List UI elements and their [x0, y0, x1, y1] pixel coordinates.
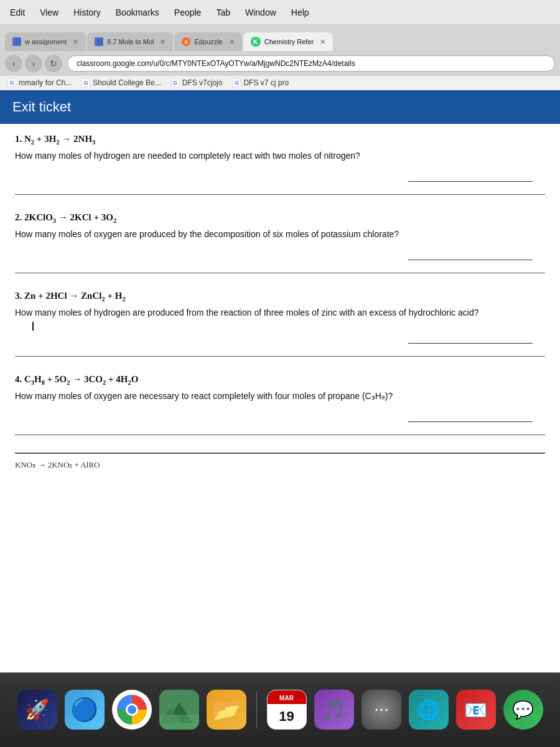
- question-2: 2. 2KClO3 → 2KCl + 3O2 How many moles of…: [15, 212, 545, 273]
- nav-buttons: ‹ › ↻: [5, 55, 62, 72]
- dock-separator: [256, 691, 257, 728]
- dock-purple-app[interactable]: 🎵: [314, 690, 354, 730]
- tab1-close[interactable]: ✕: [73, 38, 78, 46]
- dock-mountain[interactable]: [159, 690, 199, 730]
- bookmark3-favicon: G: [171, 78, 180, 87]
- tab4-favicon: K: [251, 37, 261, 47]
- dock-blue-app[interactable]: 🌐: [409, 690, 449, 730]
- question1-answer-line: [408, 181, 533, 182]
- menu-history[interactable]: History: [73, 7, 101, 17]
- question3-number: 3.: [15, 291, 22, 301]
- dock-folder[interactable]: 📂: [207, 690, 246, 730]
- tab-bar: 👤 w assignment ✕ 👤 8.7 Mole to Mol ✕ E E…: [5, 29, 555, 51]
- questions-area: 1. N2 + 3H2 → 2NH3 How many moles of hyd…: [0, 124, 560, 480]
- chrome-center: [126, 703, 138, 716]
- question3-header: 3. Zn + 2HCl → ZnCl2 + H2: [15, 291, 545, 303]
- menu-bar: Edit View History Bookmarks People Tab W…: [0, 0, 560, 25]
- purple-app-icon: 🎵: [322, 699, 345, 721]
- question4-answer-line: [408, 421, 533, 422]
- tab-mole[interactable]: 👤 8.7 Mole to Mol ✕: [87, 32, 173, 51]
- finder-icon: 🔵: [70, 697, 98, 723]
- tab1-favicon: 👤: [12, 37, 21, 46]
- question1-header: 1. N2 + 3H2 → 2NH3: [15, 134, 545, 146]
- tab4-close[interactable]: ✕: [320, 38, 325, 46]
- menu-view[interactable]: View: [40, 7, 58, 17]
- red-app-icon: 📧: [464, 699, 487, 721]
- bookmark-4[interactable]: G DFS v7 cj pro: [232, 78, 289, 87]
- question1-number: 1.: [15, 134, 22, 144]
- bookmark4-favicon: G: [232, 78, 241, 87]
- question2-answer-line: [408, 260, 533, 260]
- svg-rect-3: [159, 715, 199, 730]
- question2-header: 2. 2KClO3 → 2KCl + 3O2: [15, 212, 545, 224]
- exit-ticket-title: Exit ticket: [12, 99, 71, 115]
- bookmark-2[interactable]: G Should College Be...: [82, 78, 161, 87]
- launchpad-icon: 🚀: [25, 698, 50, 721]
- menu-tab[interactable]: Tab: [216, 7, 230, 17]
- dock-calendar[interactable]: MAR 19: [267, 690, 307, 730]
- bookmark2-favicon: G: [82, 78, 90, 87]
- tab4-label: Chemistry Refer: [264, 38, 314, 45]
- question4-text: How many moles of oxygen are necessary t…: [15, 390, 545, 403]
- tab-edpuzzle[interactable]: E Edpuzzle ✕: [174, 32, 241, 51]
- tab-chemistry[interactable]: K Chemistry Refer ✕: [243, 32, 333, 51]
- bookmark4-label: DFS v7 cj pro: [243, 78, 289, 87]
- bookmark1-favicon: G: [7, 78, 16, 87]
- mountain-icon: [159, 690, 199, 730]
- question-1: 1. N2 + 3H2 → 2NH3 How many moles of hyd…: [15, 134, 545, 195]
- tab2-label: 8.7 Mole to Mol: [107, 38, 154, 45]
- bookmark2-label: Should College Be...: [93, 78, 161, 87]
- cursor-indicator: [32, 322, 34, 331]
- dock-green-app[interactable]: 💬: [503, 690, 543, 730]
- dock: 🚀 🔵 📂 MAR 19 🎵: [0, 672, 560, 747]
- bookmark3-label: DFS v7cjojo: [182, 78, 223, 87]
- tab2-favicon: 👤: [95, 37, 103, 46]
- forward-button[interactable]: ›: [25, 55, 42, 72]
- browser-chrome: 👤 w assignment ✕ 👤 8.7 Mole to Mol ✕ E E…: [0, 25, 560, 51]
- question-4: 4. C3H8 + 5O2 → 3CO2 + 4H2O How many mol…: [15, 374, 545, 435]
- calendar-month: MAR: [268, 690, 306, 704]
- tab-assignment[interactable]: 👤 w assignment ✕: [5, 32, 86, 51]
- tab3-label: Edpuzzle: [194, 38, 222, 45]
- exit-ticket-header: Exit ticket: [0, 90, 560, 124]
- calendar-day: 19: [279, 704, 294, 729]
- dock-red-app[interactable]: 📧: [456, 690, 496, 730]
- page-content: Exit ticket 1. N2 + 3H2 → 2NH3 How many …: [0, 90, 560, 673]
- menu-edit[interactable]: Edit: [10, 7, 25, 17]
- question1-text: How many moles of hydrogen are needed to…: [15, 149, 545, 162]
- refresh-button[interactable]: ↻: [45, 55, 62, 72]
- question3-answer-line: [408, 343, 533, 344]
- tab3-favicon: E: [182, 37, 190, 46]
- blue-app-icon: 🌐: [417, 699, 440, 721]
- question4-number: 4.: [15, 374, 22, 384]
- menu-window[interactable]: Window: [245, 7, 276, 17]
- question2-number: 2.: [15, 212, 22, 222]
- tab3-close[interactable]: ✕: [229, 38, 235, 46]
- dock-dots[interactable]: ⋯: [362, 690, 401, 730]
- back-button[interactable]: ‹: [5, 55, 22, 72]
- bookmarks-bar: G mmarly for Ch... G Should College Be..…: [0, 76, 560, 90]
- tab2-close[interactable]: ✕: [160, 38, 166, 46]
- bookmark-3[interactable]: G DFS v7cjojo: [171, 78, 223, 87]
- tab1-label: w assignment: [25, 38, 67, 45]
- address-bar-area: ‹ › ↻ classroom.google.com/u/0/c/MTY0NTE…: [0, 51, 560, 76]
- chrome-ring-icon: [117, 695, 147, 725]
- dots-icon: ⋯: [374, 701, 389, 718]
- menu-bookmarks[interactable]: Bookmarks: [116, 7, 159, 17]
- chrome-dot: [128, 705, 136, 714]
- partial-equation: KNO₃ → 2KNO₂ + AlRO: [15, 460, 100, 469]
- dock-finder[interactable]: 🔵: [65, 690, 105, 730]
- dock-launchpad[interactable]: 🚀: [17, 690, 57, 730]
- question3-text: How many moles of hydrogen are produced …: [15, 306, 545, 319]
- address-bar[interactable]: classroom.google.com/u/0/c/MTY0NTExOTAyO…: [67, 55, 555, 72]
- green-app-icon: 💬: [512, 700, 534, 720]
- partial-equation-area: KNO₃ → 2KNO₂ + AlRO: [15, 453, 545, 470]
- dock-chrome[interactable]: [112, 690, 152, 730]
- question4-header: 4. C3H8 + 5O2 → 3CO2 + 4H2O: [15, 374, 545, 386]
- menu-people[interactable]: People: [174, 7, 202, 17]
- question-3: 3. Zn + 2HCl → ZnCl2 + H2 How many moles…: [15, 291, 545, 357]
- bookmark-1[interactable]: G mmarly for Ch...: [7, 78, 72, 87]
- question2-text: How many moles of oxygen are produced by…: [15, 228, 545, 241]
- menu-help[interactable]: Help: [291, 7, 309, 17]
- folder-icon: 📂: [212, 697, 240, 723]
